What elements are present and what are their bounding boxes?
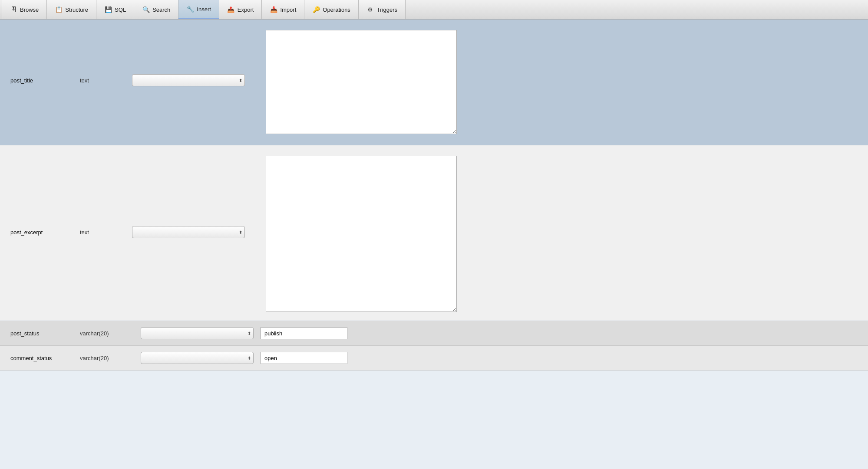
field-type-post-title: text: [80, 77, 132, 84]
tab-operations-label: Operations: [323, 7, 350, 13]
field-section-inner-post-excerpt: post_excerpt text: [10, 154, 858, 312]
field-name-post-title: post_title: [10, 77, 80, 84]
field-type-comment-status: varchar(20): [80, 355, 141, 361]
export-icon: 📤: [227, 6, 235, 13]
field-type-post-status: varchar(20): [80, 330, 141, 337]
text-input-post-status[interactable]: [261, 327, 347, 339]
insert-icon: 🔧: [186, 5, 194, 13]
field-meta-row-post-excerpt: post_excerpt text: [10, 226, 245, 238]
field-name-comment-status: comment_status: [10, 355, 80, 361]
select-wrapper-post-status: [141, 327, 254, 339]
tab-triggers[interactable]: ⚙ Triggers: [359, 0, 406, 19]
tab-import-label: Import: [280, 7, 296, 13]
field-meta-post-title: post_title text: [10, 28, 245, 132]
tab-search[interactable]: 🔍 Search: [134, 0, 178, 19]
tab-export-label: Export: [238, 7, 254, 13]
field-select-post-status[interactable]: [141, 327, 254, 339]
tab-bar: 🗄 Browse 📋 Structure 💾 SQL 🔍 Search 🔧 In…: [0, 0, 868, 20]
tab-browse-label: Browse: [20, 7, 39, 13]
content-area: post_title text: [0, 20, 868, 371]
structure-icon: 📋: [55, 6, 63, 13]
field-name-post-status: post_status: [10, 330, 80, 337]
tab-structure-label: Structure: [65, 7, 88, 13]
tab-structure[interactable]: 📋 Structure: [47, 0, 96, 19]
tab-search-label: Search: [152, 7, 170, 13]
tab-insert-label: Insert: [197, 6, 211, 13]
field-section-comment-status: comment_status varchar(20): [0, 346, 868, 371]
tab-sql-label: SQL: [115, 7, 126, 13]
select-wrapper-post-title: [132, 74, 245, 86]
triggers-icon: ⚙: [366, 6, 374, 13]
tab-sql[interactable]: 💾 SQL: [96, 0, 134, 19]
select-wrapper-post-excerpt: [132, 226, 245, 238]
browse-icon: 🗄: [10, 6, 17, 13]
field-select-post-excerpt[interactable]: [132, 226, 245, 238]
field-name-post-excerpt: post_excerpt: [10, 229, 80, 236]
field-select-comment-status[interactable]: [141, 352, 254, 364]
sql-icon: 💾: [104, 6, 112, 13]
field-section-post-status: post_status varchar(20): [0, 321, 868, 346]
field-select-post-title[interactable]: [132, 74, 245, 86]
import-icon: 📥: [270, 6, 277, 13]
search-icon: 🔍: [142, 6, 150, 13]
field-section-post-excerpt: post_excerpt text: [0, 145, 868, 321]
field-section-inner-post-title: post_title text: [10, 28, 858, 134]
select-wrapper-comment-status: [141, 352, 254, 364]
field-meta-row-post-title: post_title text: [10, 74, 245, 86]
textarea-post-title[interactable]: [266, 30, 457, 134]
field-controls-post-excerpt: [132, 226, 245, 238]
tab-import[interactable]: 📥 Import: [262, 0, 304, 19]
operations-icon: 🔑: [312, 6, 320, 13]
field-section-post-title: post_title text: [0, 20, 868, 145]
tab-export[interactable]: 📤 Export: [219, 0, 262, 19]
textarea-post-excerpt[interactable]: [266, 156, 457, 312]
tab-insert[interactable]: 🔧 Insert: [178, 0, 219, 19]
field-controls-post-title: [132, 74, 245, 86]
tab-triggers-label: Triggers: [377, 7, 397, 13]
field-meta-post-excerpt: post_excerpt text: [10, 154, 245, 310]
tab-browse[interactable]: 🗄 Browse: [2, 0, 47, 19]
tab-operations[interactable]: 🔑 Operations: [304, 0, 359, 19]
text-input-comment-status[interactable]: [261, 352, 347, 364]
field-type-post-excerpt: text: [80, 229, 132, 236]
